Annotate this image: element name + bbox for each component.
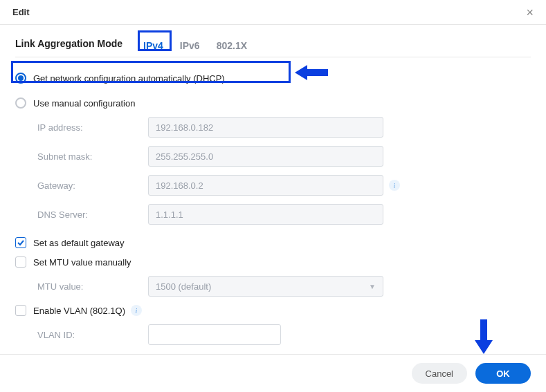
chevron-down-icon: ▼ [369, 283, 376, 290]
vlan-id-row: VLAN ID: [15, 320, 531, 349]
mtu-select-value: 1500 (default) [156, 281, 211, 292]
vlan-id-label: VLAN ID: [37, 330, 148, 340]
dns-row: DNS Server: [15, 200, 531, 229]
close-icon[interactable]: × [526, 6, 534, 19]
radio-manual-label: Use manual configuration [33, 98, 135, 109]
tabs-leading-label: Link Aggregation Mode [15, 38, 122, 55]
ip-row: IP address: [15, 113, 531, 142]
mtu-manual-checkbox[interactable] [15, 256, 26, 268]
dialog-title: Edit [12, 7, 30, 17]
vlan-enable-checkbox[interactable] [15, 305, 26, 316]
default-gw-row[interactable]: Set as default gateway [15, 233, 531, 252]
radio-dhcp-option[interactable]: Get network configuration automatically … [15, 68, 531, 88]
vlan-enable-row[interactable]: Enable VLAN (802.1Q) i [15, 301, 531, 320]
ip-label: IP address: [37, 122, 148, 133]
info-icon[interactable]: i [389, 180, 400, 191]
ok-button[interactable]: OK [475, 363, 531, 384]
subnet-input[interactable] [148, 146, 383, 167]
dialog-footer: Cancel OK [0, 354, 546, 392]
default-gw-label: Set as default gateway [33, 238, 125, 248]
radio-dhcp[interactable] [15, 73, 26, 84]
vlan-enable-label: Enable VLAN (802.1Q) [33, 306, 125, 316]
info-icon[interactable]: i [131, 305, 142, 316]
vlan-id-input[interactable] [148, 324, 281, 345]
mtu-manual-row[interactable]: Set MTU value manually [15, 252, 531, 272]
gateway-row: Gateway: i [15, 171, 531, 200]
dns-input[interactable] [148, 204, 383, 225]
mtu-select[interactable]: 1500 (default) ▼ [148, 276, 383, 297]
edit-dialog: Edit × Link Aggregation Mode IPv4 IPv6 8… [0, 0, 546, 392]
mtu-manual-label: Set MTU value manually [33, 257, 131, 268]
radio-manual-option[interactable]: Use manual configuration [15, 93, 531, 113]
dialog-body: Get network configuration automatically … [0, 64, 546, 349]
gateway-input[interactable] [148, 175, 383, 196]
radio-dhcp-label: Get network configuration automatically … [33, 73, 225, 84]
ip-input[interactable] [148, 117, 383, 138]
titlebar: Edit × [0, 0, 546, 25]
mtu-value-row: MTU value: 1500 (default) ▼ [15, 272, 531, 301]
dns-label: DNS Server: [37, 209, 148, 220]
tabs-row: Link Aggregation Mode IPv4 IPv6 802.1X [15, 36, 531, 57]
subnet-row: Subnet mask: [15, 142, 531, 171]
subnet-label: Subnet mask: [37, 151, 148, 162]
mtu-value-label: MTU value: [37, 281, 148, 292]
tab-ipv4[interactable]: IPv4 [135, 36, 172, 57]
default-gw-checkbox[interactable] [15, 237, 26, 248]
cancel-button[interactable]: Cancel [412, 363, 467, 384]
tab-8021x[interactable]: 802.1X [208, 36, 255, 57]
gateway-label: Gateway: [37, 180, 148, 191]
radio-manual[interactable] [15, 97, 26, 109]
tab-ipv6[interactable]: IPv6 [172, 36, 208, 57]
